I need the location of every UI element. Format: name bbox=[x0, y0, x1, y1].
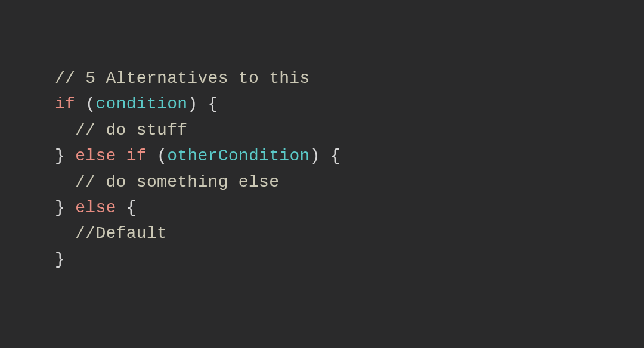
space bbox=[116, 147, 126, 165]
code-line-5: // do something else bbox=[55, 169, 644, 195]
code-line-3: // do stuff bbox=[55, 117, 644, 143]
keyword-else: else bbox=[75, 147, 116, 165]
code-line-8: } bbox=[55, 247, 644, 272]
keyword-if: if bbox=[126, 147, 147, 165]
close-brace-else: } bbox=[55, 147, 75, 165]
paren-close-brace: ) { bbox=[310, 147, 340, 165]
code-line-1: // 5 Alternatives to this bbox=[55, 66, 644, 91]
close-brace: } bbox=[55, 250, 65, 269]
comment-text: //Default bbox=[55, 224, 167, 243]
code-line-4: } else if (otherCondition) { bbox=[55, 143, 644, 169]
keyword-else: else bbox=[75, 198, 116, 217]
brace-open: { bbox=[116, 198, 137, 217]
code-line-7: //Default bbox=[55, 220, 644, 246]
keyword-if: if bbox=[55, 95, 75, 113]
code-snippet: // 5 Alternatives to this if (condition)… bbox=[0, 0, 644, 272]
code-line-2: if (condition) { bbox=[55, 91, 644, 117]
comment-text: // do something else bbox=[55, 173, 279, 191]
code-line-6: } else { bbox=[55, 195, 644, 220]
paren-close-brace: ) { bbox=[187, 95, 218, 113]
paren-open: ( bbox=[75, 95, 95, 113]
identifier-condition: condition bbox=[95, 95, 187, 113]
comment-text: // 5 Alternatives to this bbox=[55, 69, 310, 88]
close-brace-else: } bbox=[55, 198, 75, 217]
comment-text: // do stuff bbox=[55, 121, 187, 139]
paren-open: ( bbox=[147, 147, 167, 165]
identifier-other-condition: otherCondition bbox=[167, 147, 309, 165]
